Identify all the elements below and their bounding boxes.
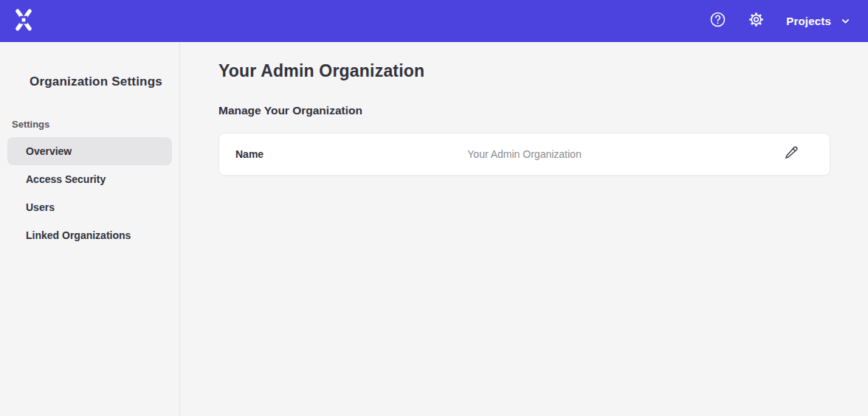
sidebar-item-label: Linked Organizations xyxy=(26,229,131,241)
help-circle-icon xyxy=(709,11,726,31)
app-logo[interactable] xyxy=(11,9,36,34)
sidebar-item-linked-organizations[interactable]: Linked Organizations xyxy=(7,221,172,249)
sidebar-item-users[interactable]: Users xyxy=(7,193,172,221)
gear-icon xyxy=(748,11,765,31)
settings-sidebar: Organization Settings Settings Overview … xyxy=(0,42,180,416)
name-field-value: Your Admin Organization xyxy=(467,148,581,160)
sidebar-section-label: Settings xyxy=(12,119,179,130)
sidebar-item-label: Overview xyxy=(26,145,72,157)
organization-name-card: Name Your Admin Organization xyxy=(218,133,830,176)
navbar-actions: Projects xyxy=(708,12,850,31)
sidebar-nav: Overview Access Security Users Linked Or… xyxy=(0,137,179,249)
sidebar-item-overview[interactable]: Overview xyxy=(7,137,172,165)
pencil-icon xyxy=(784,145,799,163)
sidebar-item-access-security[interactable]: Access Security xyxy=(7,165,172,193)
settings-button[interactable] xyxy=(746,12,765,31)
edit-name-button[interactable] xyxy=(782,145,800,163)
x-logo-icon xyxy=(13,9,35,34)
chevron-down-icon xyxy=(841,16,850,26)
projects-label: Projects xyxy=(786,15,831,27)
main-content: Your Admin Organization Manage Your Orga… xyxy=(180,42,868,416)
sidebar-item-label: Users xyxy=(26,201,55,213)
name-field-label: Name xyxy=(235,148,264,160)
projects-dropdown[interactable]: Projects xyxy=(786,15,850,27)
sidebar-title: Organization Settings xyxy=(0,74,179,89)
top-navbar: Projects xyxy=(0,0,868,42)
section-title: Manage Your Organization xyxy=(218,104,868,117)
page-body: Organization Settings Settings Overview … xyxy=(0,42,868,416)
sidebar-item-label: Access Security xyxy=(26,173,106,185)
page-title: Your Admin Organization xyxy=(218,61,868,81)
help-button[interactable] xyxy=(708,12,727,31)
